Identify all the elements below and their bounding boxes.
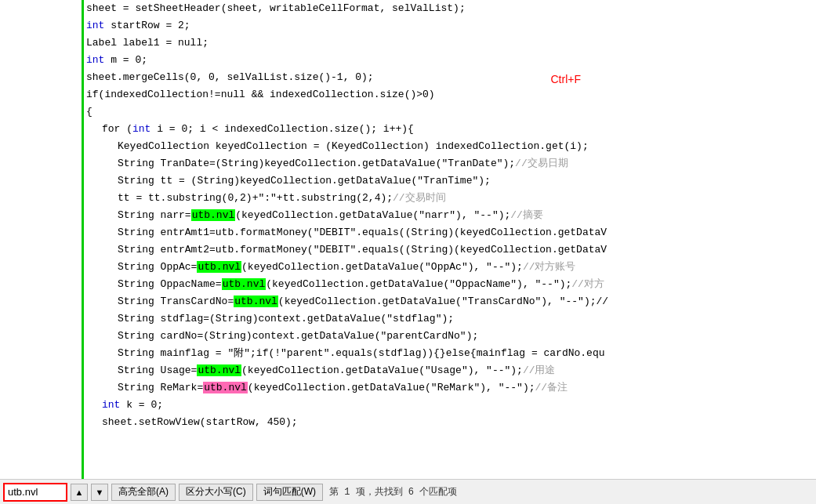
code-line: for (int i = 0; i < indexedCollection.si…: [86, 121, 816, 138]
highlight-all-button[interactable]: 高亮全部(A): [111, 484, 176, 501]
code-line: String entrAmt2=utb.formatMoney("DEBIT".…: [86, 241, 816, 259]
highlight-utb-nvl-4: utb.nvl: [234, 296, 278, 307]
code-line: String cardNo=(String)context.getDataVal…: [86, 328, 816, 345]
code-line: sheet.setRowView(startRow, 450);: [86, 414, 816, 431]
code-line: sheet = setSheetHeader(sheet, writableCe…: [86, 0, 816, 17]
whole-word-button[interactable]: 词句匹配(W): [256, 484, 323, 501]
find-bar: ▲ ▼ 高亮全部(A) 区分大小写(C) 词句匹配(W) 第 1 项，共找到 6…: [0, 479, 816, 504]
find-input-wrapper[interactable]: [3, 483, 67, 502]
code-line: sheet.mergeCells(0, 0, selValList.size()…: [86, 69, 816, 86]
code-content: sheet = setSheetHeader(sheet, writableCe…: [0, 0, 816, 431]
code-line: String Usage=utb.nvl(keyedCollection.get…: [86, 362, 816, 379]
code-line: String entrAmt1=utb.formatMoney("DEBIT".…: [86, 224, 816, 241]
highlight-utb-nvl-1: utb.nvl: [191, 209, 236, 221]
code-line: String TransCardNo=utb.nvl(keyedCollecti…: [86, 293, 816, 310]
code-line: String mainflag = "附";if(!"parent".equal…: [86, 345, 816, 362]
code-line: KeyedCollection keyedCollection = (Keyed…: [86, 138, 816, 155]
find-next-button[interactable]: ▼: [91, 484, 108, 501]
code-line: String tt = (String)keyedCollection.getD…: [86, 172, 816, 190]
find-status: 第 1 项，共找到 6 个匹配项: [329, 485, 457, 499]
ctrl-f-hint: Ctrl+F: [551, 71, 582, 88]
match-case-button[interactable]: 区分大小写(C): [179, 484, 253, 501]
code-line: String OppacName=utb.nvl(keyedCollection…: [86, 276, 816, 293]
highlight-utb-nvl-3: utb.nvl: [222, 278, 267, 290]
code-line: String TranDate=(String)keyedCollection.…: [86, 155, 816, 172]
find-prev-button[interactable]: ▲: [71, 484, 88, 501]
code-line: String OppAc=utb.nvl(keyedCollection.get…: [86, 259, 816, 276]
find-input[interactable]: [8, 486, 63, 498]
code-line: if(indexedCollection!=null && indexedCol…: [86, 86, 816, 103]
code-line: String narr=utb.nvl(keyedCollection.getD…: [86, 207, 816, 224]
code-line: int k = 0;: [86, 397, 816, 414]
code-line: Label label1 = null;: [86, 34, 816, 52]
code-line: String ReMark=utb.nvl(keyedCollection.ge…: [86, 379, 816, 397]
highlight-utb-nvl-6: utb.nvl: [203, 382, 248, 393]
highlight-utb-nvl-2: utb.nvl: [197, 261, 241, 273]
code-editor: sheet = setSheetHeader(sheet, writableCe…: [0, 0, 816, 479]
code-line: int m = 0;: [86, 52, 816, 69]
code-line: int startRow = 2;: [86, 17, 816, 34]
code-line: {: [86, 103, 816, 121]
code-line: tt = tt.substring(0,2)+":"+tt.substring(…: [86, 190, 816, 207]
code-line: String stdflag=(String)context.getDataVa…: [86, 310, 816, 328]
highlight-utb-nvl-5: utb.nvl: [197, 364, 241, 376]
